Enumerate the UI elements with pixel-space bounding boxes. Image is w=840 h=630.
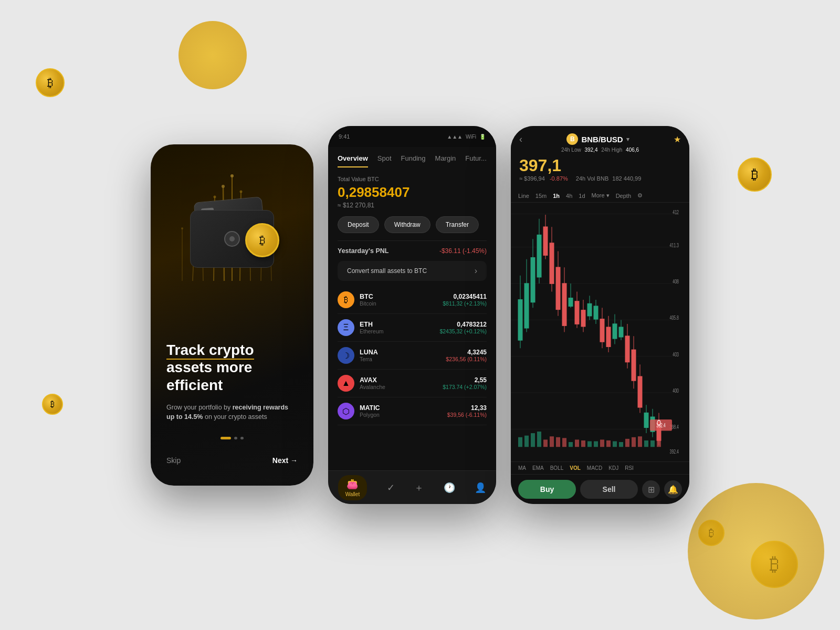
svg-text:403: 403 bbox=[673, 351, 679, 358]
tb-15m[interactable]: 15m bbox=[536, 193, 547, 199]
ind-vol[interactable]: VOL bbox=[570, 465, 581, 471]
tb-4h[interactable]: 4h bbox=[566, 193, 572, 199]
pnl-row: Yestarday's PNL -$36.11 (-1.45%) bbox=[328, 241, 496, 261]
tb-more[interactable]: More ▾ bbox=[592, 192, 610, 199]
sell-button[interactable]: Sell bbox=[580, 480, 638, 499]
pnl-label: Yestarday's PNL bbox=[338, 247, 388, 255]
svg-rect-87 bbox=[581, 440, 585, 447]
svg-rect-84 bbox=[562, 438, 566, 447]
bg-circle-bottom bbox=[688, 483, 824, 620]
svg-rect-56 bbox=[594, 306, 598, 319]
svg-rect-42 bbox=[550, 243, 554, 284]
tb-1d[interactable]: 1d bbox=[579, 193, 585, 199]
phone-wallet: 9:41 ▲▲▲ WiFi 🔋 Overview Spot Funding Ma… bbox=[328, 126, 496, 504]
ind-boll[interactable]: BOLL bbox=[550, 465, 564, 471]
tb-1h[interactable]: 1h bbox=[553, 193, 560, 199]
phone-onboarding: ₿ Track crypto assets more efficient Gro… bbox=[151, 144, 313, 486]
svg-rect-64 bbox=[619, 327, 623, 337]
svg-rect-34 bbox=[524, 284, 529, 328]
total-label: Total Value BTC bbox=[338, 176, 487, 182]
ind-ema[interactable]: EMA bbox=[532, 465, 544, 471]
nav-clock[interactable]: 🕐 bbox=[444, 482, 455, 494]
nav-wallet[interactable]: 👛 Wallet bbox=[338, 475, 367, 500]
tb-settings-icon[interactable]: ⚙ bbox=[637, 192, 643, 199]
asset-row-eth[interactable]: Ξ ETH Ethereum 0,4783212 $2435,32 (+0.12… bbox=[338, 314, 487, 342]
btc-coin: ₿ bbox=[245, 223, 279, 257]
matic-amount: 12,33 bbox=[447, 404, 487, 412]
nav-profile[interactable]: 👤 bbox=[475, 482, 486, 494]
matic-name: Polygon bbox=[360, 412, 447, 418]
asset-row-avax[interactable]: ▲ AVAX Avalanche 2,55 $173.74 (+2.07%) bbox=[338, 370, 487, 397]
check-nav-icon: ✓ bbox=[387, 482, 395, 494]
nav-check[interactable]: ✓ bbox=[387, 482, 395, 494]
svg-rect-32 bbox=[518, 300, 522, 340]
avax-symbol: AVAX bbox=[360, 376, 443, 384]
matic-info: MATIC Polygon bbox=[360, 404, 447, 418]
candlestick-chart: 412 411.3 408 405.8 403 400 398.4 392.4 bbox=[511, 203, 689, 461]
svg-text:392.4: 392.4 bbox=[670, 448, 679, 455]
wallet-illustration: ₿ bbox=[174, 176, 290, 291]
svg-rect-66 bbox=[625, 336, 629, 362]
withdraw-button[interactable]: Withdraw bbox=[384, 216, 430, 233]
eth-info: ETH Ethereum bbox=[360, 321, 439, 334]
svg-rect-72 bbox=[644, 413, 648, 428]
asset-row-btc[interactable]: ₿ BTC Bitcoin 0,02345411 $811,32 (+2.13%… bbox=[338, 286, 487, 314]
svg-rect-90 bbox=[600, 439, 604, 447]
matic-symbol: MATIC bbox=[360, 404, 447, 412]
luna-icon: ☽ bbox=[338, 347, 354, 364]
deco-coin-1: ₿ bbox=[36, 68, 65, 97]
deco-coin-2: ₿ bbox=[42, 394, 63, 415]
buy-button[interactable]: Buy bbox=[518, 480, 576, 499]
svg-rect-92 bbox=[613, 441, 617, 447]
svg-rect-52 bbox=[581, 310, 585, 327]
tab-funding[interactable]: Funding bbox=[401, 154, 426, 167]
ind-ma[interactable]: MA bbox=[518, 465, 526, 471]
svg-text:405.8: 405.8 bbox=[670, 315, 679, 321]
tab-spot[interactable]: Spot bbox=[377, 154, 392, 167]
headline-word-track: Track crypto bbox=[166, 341, 254, 359]
dropdown-icon: ▾ bbox=[626, 136, 629, 143]
svg-rect-91 bbox=[606, 440, 611, 447]
btc-total: 0,29858407 bbox=[338, 184, 487, 201]
calculator-button[interactable]: ⊞ bbox=[642, 480, 660, 498]
asset-row-matic[interactable]: ⬡ MATIC Polygon 12,33 $39,56 (-6.11%) bbox=[338, 397, 487, 425]
luna-info: LUNA Terra bbox=[360, 349, 446, 362]
transfer-button[interactable]: Transfer bbox=[436, 216, 479, 233]
chart-header-row1: ‹ B BNB/BUSD ▾ ★ bbox=[519, 133, 681, 145]
convert-label: Convert small assets to BTC bbox=[347, 267, 427, 275]
tb-line[interactable]: Line bbox=[518, 193, 529, 199]
svg-rect-96 bbox=[638, 436, 642, 447]
favorite-icon[interactable]: ★ bbox=[674, 134, 681, 144]
svg-rect-86 bbox=[575, 439, 579, 447]
buy-sell-row: Buy Sell ⊞ 🔔 bbox=[511, 474, 689, 504]
high-label: 24h High bbox=[601, 147, 622, 153]
ind-rsi[interactable]: RSI bbox=[625, 465, 634, 471]
ind-macd[interactable]: MACD bbox=[587, 465, 602, 471]
convert-row[interactable]: Convert small assets to BTC › bbox=[338, 261, 487, 281]
alert-button[interactable]: 🔔 bbox=[664, 480, 682, 498]
tab-margin[interactable]: Margin bbox=[435, 154, 456, 167]
deposit-button[interactable]: Deposit bbox=[338, 216, 379, 233]
eth-usd: $2435,32 (+0.12%) bbox=[439, 328, 487, 334]
avax-amount: 2,55 bbox=[443, 376, 487, 384]
chart-toolbar: Line 15m 1h 4h 1d More ▾ Depth ⚙ bbox=[511, 189, 689, 203]
status-bar: 9:41 ▲▲▲ WiFi 🔋 bbox=[328, 126, 496, 147]
back-button[interactable]: ‹ bbox=[519, 134, 522, 145]
eth-values: 0,4783212 $2435,32 (+0.12%) bbox=[439, 321, 487, 334]
svg-rect-46 bbox=[562, 284, 566, 326]
clock-nav-icon: 🕐 bbox=[444, 482, 455, 494]
convert-arrow-icon: › bbox=[475, 266, 477, 276]
asset-row-luna[interactable]: ☽ LUNA Terra 4,3245 $236,56 (0.11%) bbox=[338, 342, 487, 370]
svg-rect-80 bbox=[537, 432, 541, 447]
tab-overview[interactable]: Overview bbox=[338, 154, 368, 167]
avax-values: 2,55 $173.74 (+2.07%) bbox=[443, 376, 487, 390]
nav-plus[interactable]: ＋ bbox=[414, 481, 424, 494]
svg-rect-38 bbox=[537, 235, 541, 277]
ind-kdj[interactable]: KDJ bbox=[608, 465, 618, 471]
svg-rect-68 bbox=[632, 350, 636, 381]
luna-amount: 4,3245 bbox=[446, 349, 487, 356]
svg-rect-50 bbox=[575, 301, 579, 324]
tb-depth[interactable]: Depth bbox=[616, 193, 631, 199]
bg-circle-top bbox=[178, 21, 247, 89]
tab-futures[interactable]: Futur... bbox=[465, 154, 486, 167]
